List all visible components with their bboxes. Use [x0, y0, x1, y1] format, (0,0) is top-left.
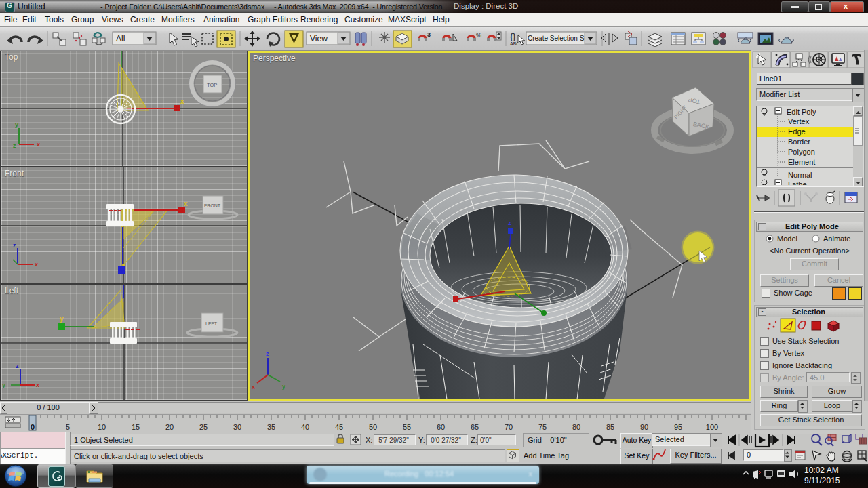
svg-text:y: y [282, 383, 285, 390]
svg-text:35: 35 [267, 423, 275, 431]
svg-text:%: % [476, 32, 481, 39]
svg-text:LEFT: LEFT [205, 321, 218, 326]
svg-text:20: 20 [165, 423, 174, 431]
svg-text:x: x [184, 200, 188, 207]
svg-text:Lathe: Lathe [788, 180, 807, 185]
svg-text:z: z [508, 220, 511, 226]
svg-text:0: 0 [31, 423, 35, 431]
svg-text:Border: Border [788, 138, 810, 146]
svg-text:25: 25 [199, 423, 208, 431]
svg-text:FRONT: FRONT [204, 203, 221, 208]
svg-text:100: 100 [706, 423, 718, 431]
svg-text:55: 55 [403, 423, 411, 431]
svg-text:All: All [116, 34, 125, 43]
svg-text:x: x [35, 261, 38, 268]
svg-text:Edit Poly: Edit Poly [787, 108, 816, 116]
svg-text:z: z [13, 242, 16, 249]
svg-text:65: 65 [471, 423, 479, 431]
svg-text:90: 90 [640, 423, 648, 431]
svg-text:y: y [60, 315, 64, 323]
svg-text:z: z [16, 363, 19, 369]
svg-text:5: 5 [66, 423, 70, 431]
svg-text:{}: {} [510, 31, 516, 41]
svg-text:30: 30 [233, 423, 241, 431]
svg-text:40: 40 [301, 423, 309, 431]
svg-text:Model: Model [777, 235, 797, 243]
svg-text:Animate: Animate [823, 235, 850, 243]
svg-text:80: 80 [572, 423, 580, 431]
svg-text:Element: Element [788, 158, 815, 166]
svg-text:95: 95 [674, 423, 682, 431]
svg-text:70: 70 [505, 423, 513, 431]
svg-text:15: 15 [132, 423, 140, 431]
svg-text:45: 45 [335, 423, 343, 431]
svg-text:x: x [252, 384, 255, 390]
svg-text:10: 10 [98, 423, 106, 431]
svg-text:x: x [37, 141, 40, 148]
svg-text:60: 60 [437, 423, 445, 431]
svg-text:x: x [36, 382, 39, 388]
svg-text:y: y [15, 121, 18, 128]
svg-text:z: z [266, 350, 269, 357]
svg-text:Normal: Normal [788, 171, 812, 179]
svg-text:Edge: Edge [788, 127, 806, 136]
svg-text:z: z [13, 142, 16, 149]
svg-text:Create Selection Set: Create Selection Set [528, 35, 590, 42]
svg-text:<No Current Operation>: <No Current Operation> [770, 247, 850, 255]
svg-text:x: x [180, 98, 184, 105]
svg-text:75: 75 [538, 423, 547, 431]
svg-text:50: 50 [369, 423, 377, 431]
svg-text:85: 85 [606, 423, 614, 431]
svg-text:3: 3 [427, 31, 431, 38]
svg-text:TOP: TOP [207, 82, 217, 88]
svg-text:y: y [2, 382, 5, 388]
svg-text:View: View [310, 34, 328, 43]
svg-text:Vertex: Vertex [788, 117, 810, 125]
svg-text:Polygon: Polygon [788, 148, 815, 156]
